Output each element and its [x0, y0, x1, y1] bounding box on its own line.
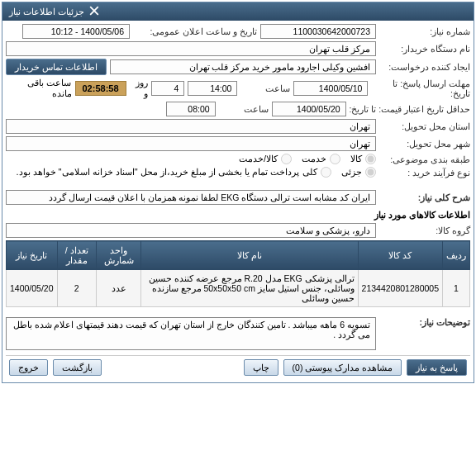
- buyer-value: مرکز قلب تهران: [6, 41, 376, 56]
- close-icon[interactable]: [89, 6, 99, 17]
- announce-dt-label: تاریخ و ساعت اعلان عمومی:: [133, 26, 257, 36]
- radio-both[interactable]: کالا/خدمت: [239, 154, 292, 164]
- th-qty: تعداد / مقدار: [57, 241, 96, 270]
- price-valid-label: حداقل تاریخ اعتبار قیمت: تا تاریخ:: [350, 104, 470, 114]
- supplier-contact-button[interactable]: اطلاعات تماس خریدار: [6, 59, 107, 75]
- th-idx: ردیف: [443, 241, 470, 270]
- exit-button[interactable]: خروج: [9, 359, 48, 376]
- panel-header: جزئیات اطلاعات نیاز: [2, 2, 474, 21]
- th-unit: واحد شمارش: [96, 241, 141, 270]
- cell-code: 2134420801280005: [358, 270, 442, 307]
- group-value: دارو، پزشکی و سلامت: [6, 223, 376, 238]
- requester-value: افشین وکیلی اجارود مامور خرید مرکز قلب ت…: [110, 59, 376, 74]
- main-panel: جزئیات اطلاعات نیاز شماره نیاز: 11000306…: [2, 2, 474, 383]
- attachments-button[interactable]: مشاهده مدارک پیوستی (0): [283, 359, 402, 376]
- announce-dt-value: 1400/05/06 - 10:12: [22, 24, 130, 39]
- days-value: 4: [151, 81, 184, 96]
- items-table: ردیف کد کالا نام کالا واحد شمارش تعداد /…: [6, 240, 470, 307]
- need-no-label: شماره نیاز:: [379, 26, 470, 36]
- price-valid-date: 1400/05/20: [272, 102, 346, 116]
- countdown-timer: 02:58:58: [75, 81, 126, 96]
- table-header-row: ردیف کد کالا نام کالا واحد شمارش تعداد /…: [7, 241, 470, 270]
- radio-service[interactable]: خدمت: [302, 154, 340, 164]
- reply-button[interactable]: پاسخ به نیاز: [407, 359, 467, 376]
- deadline-label: مهلت ارسال پاسخ: تا تاریخ:: [371, 78, 470, 98]
- notes-label: توضیحات نیاز:: [379, 317, 470, 327]
- notes-value: [6, 317, 376, 350]
- cell-idx: 1: [443, 270, 470, 307]
- requester-label: ایجاد کننده درخواست:: [379, 62, 470, 72]
- th-name: نام کالا: [141, 241, 358, 270]
- group-label: گروه کالا:: [379, 225, 470, 235]
- need-title-value: ایران کد مشابه است ترالی دستگاه EKG لطفا…: [6, 190, 376, 205]
- cell-name: ترالی پزشکی EKG مدل R.20 مرجع عرضه کننده…: [141, 270, 358, 307]
- subject-radio-group: کالا خدمت کالا/خدمت: [239, 154, 376, 164]
- payment-note: پرداخت تمام یا بخشی از مبلغ خرید،از محل …: [6, 167, 299, 178]
- need-no-value: 1100030642000723: [260, 24, 376, 39]
- panel-body: شماره نیاز: 1100030642000723 تاریخ و ساع…: [2, 21, 474, 382]
- radio-goods[interactable]: کالا: [350, 154, 376, 164]
- deadline-date: 1400/05/10: [293, 81, 368, 96]
- day-hour-label: روز و: [130, 78, 149, 99]
- price-valid-time: 08:00: [166, 102, 216, 116]
- cell-qty: 2: [57, 270, 96, 307]
- province-label: استان محل تحویل:: [379, 121, 470, 131]
- remaining-label: ساعت باقی مانده: [6, 78, 72, 99]
- subject-cat-label: طبقه بندی موضوعی:: [379, 154, 470, 164]
- city-label: شهر محل تحویل:: [379, 139, 470, 149]
- table-row[interactable]: 1 2134420801280005 ترالی پزشکی EKG مدل R…: [7, 270, 470, 307]
- cell-date: 1400/05/20: [7, 270, 58, 307]
- buyer-label: نام دستگاه خریدار:: [379, 44, 470, 54]
- city-value: تهران: [6, 136, 376, 151]
- footer-bar: پاسخ به نیاز مشاهده مدارک پیوستی (0) چاپ…: [6, 355, 470, 379]
- radio-full[interactable]: کلی: [302, 167, 331, 178]
- deadline-time: 14:00: [188, 81, 237, 96]
- purchase-type-label: نوع فرآیند خرید :: [379, 168, 470, 178]
- back-button[interactable]: بازگشت: [53, 359, 102, 376]
- th-code: کد کالا: [358, 241, 442, 270]
- print-button[interactable]: چاپ: [244, 359, 278, 376]
- hour-label-1: ساعت: [240, 83, 290, 93]
- items-info-title: اطلاعات کالاهای مورد نیاز: [6, 210, 470, 221]
- purchase-radio-group: جزئی کلی: [302, 167, 376, 178]
- need-title-label: شرح کلی نیاز:: [379, 192, 470, 202]
- province-value: تهران: [6, 119, 376, 134]
- hour-label-2: ساعت: [219, 104, 269, 114]
- radio-partial[interactable]: جزئی: [341, 167, 376, 178]
- panel-title: جزئیات اطلاعات نیاز: [9, 7, 84, 17]
- cell-unit: عدد: [96, 270, 141, 307]
- th-date: تاریخ نیاز: [7, 241, 58, 270]
